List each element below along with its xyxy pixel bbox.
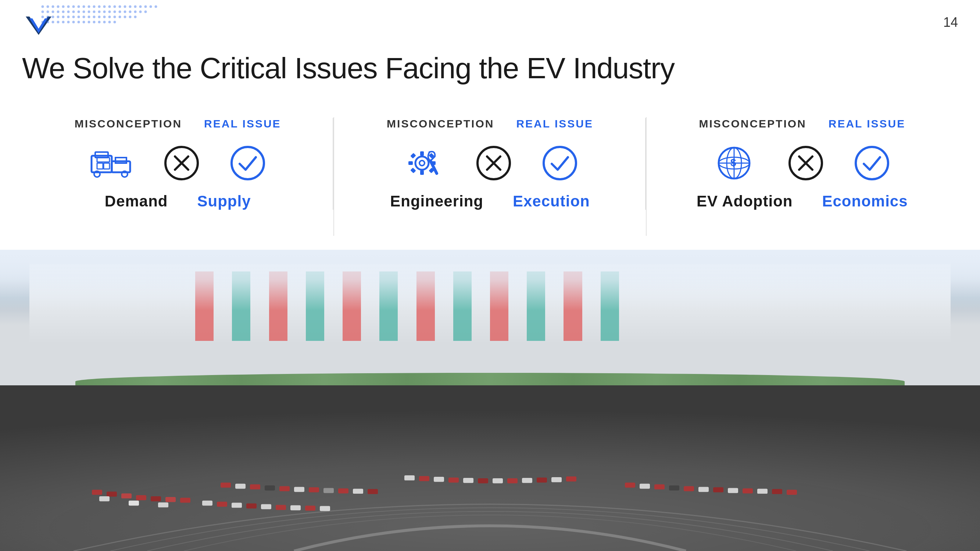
svg-point-68 xyxy=(57,21,60,24)
svg-point-69 xyxy=(62,21,65,24)
svg-rect-148 xyxy=(743,488,753,493)
svg-rect-126 xyxy=(99,496,110,502)
col1-misconception-label: MISCONCEPTION xyxy=(75,118,182,130)
col3-icons-row: $ xyxy=(714,145,890,181)
demand-label: Demand xyxy=(105,192,168,210)
svg-rect-99 xyxy=(410,153,416,159)
svg-point-23 xyxy=(150,5,152,8)
svg-point-93 xyxy=(415,157,429,170)
svg-rect-97 xyxy=(408,161,413,165)
svg-point-43 xyxy=(134,11,137,13)
svg-rect-138 xyxy=(353,489,363,494)
svg-point-59 xyxy=(108,16,111,18)
svg-text:$: $ xyxy=(730,157,736,168)
svg-rect-161 xyxy=(404,475,415,481)
svg-point-53 xyxy=(78,16,80,18)
svg-point-79 xyxy=(114,21,116,24)
svg-point-94 xyxy=(419,160,425,166)
svg-rect-158 xyxy=(290,505,301,510)
col1-check-circle-icon xyxy=(229,145,266,181)
svg-rect-169 xyxy=(522,478,532,483)
engineering-label: Engineering xyxy=(390,192,484,210)
svg-point-11 xyxy=(88,5,91,8)
svg-rect-170 xyxy=(537,478,547,483)
svg-point-52 xyxy=(72,16,75,18)
col3-misconception-label: MISCONCEPTION xyxy=(699,118,806,130)
svg-point-54 xyxy=(83,16,85,18)
svg-rect-144 xyxy=(684,486,694,492)
svg-point-66 xyxy=(47,21,49,24)
svg-point-15 xyxy=(108,5,111,8)
svg-rect-101 xyxy=(410,167,416,173)
svg-point-14 xyxy=(103,5,106,8)
svg-point-65 xyxy=(41,21,44,24)
svg-rect-129 xyxy=(221,483,231,488)
factory-image xyxy=(0,250,980,551)
svg-point-18 xyxy=(124,5,126,8)
svg-rect-122 xyxy=(136,495,146,500)
svg-point-19 xyxy=(129,5,132,8)
svg-rect-156 xyxy=(261,504,271,510)
svg-point-48 xyxy=(52,16,54,18)
svg-rect-141 xyxy=(640,484,650,489)
svg-point-78 xyxy=(108,21,111,24)
svg-rect-162 xyxy=(419,476,430,481)
svg-rect-119 xyxy=(92,490,102,495)
svg-point-30 xyxy=(67,11,70,13)
svg-point-5 xyxy=(57,5,60,8)
svg-point-42 xyxy=(129,11,132,13)
svg-point-71 xyxy=(72,21,75,24)
svg-rect-124 xyxy=(165,497,176,502)
col1-icons-row xyxy=(90,145,266,181)
svg-point-25 xyxy=(41,11,44,13)
svg-point-62 xyxy=(124,16,126,18)
svg-rect-151 xyxy=(787,490,797,495)
col2-check-circle-icon xyxy=(541,145,578,181)
col3-bottom-labels: EV Adoption Economics xyxy=(697,192,908,210)
svg-rect-143 xyxy=(669,486,679,491)
svg-point-24 xyxy=(155,5,158,8)
svg-point-107 xyxy=(544,147,576,179)
col1-x-circle-icon xyxy=(163,145,200,181)
svg-point-12 xyxy=(93,5,95,8)
svg-rect-172 xyxy=(566,476,576,481)
svg-point-39 xyxy=(114,11,116,13)
svg-point-92 xyxy=(232,147,264,179)
svg-rect-164 xyxy=(449,478,459,483)
svg-point-21 xyxy=(139,5,142,8)
svg-point-67 xyxy=(52,21,54,24)
svg-point-31 xyxy=(72,11,75,13)
svg-point-2 xyxy=(41,5,44,8)
truck-icon xyxy=(90,145,134,181)
svg-rect-171 xyxy=(551,477,562,482)
svg-rect-140 xyxy=(625,483,635,488)
svg-point-63 xyxy=(129,16,132,18)
svg-point-76 xyxy=(98,21,101,24)
svg-point-77 xyxy=(103,21,106,24)
svg-rect-127 xyxy=(129,501,139,506)
col2-bottom-labels: Engineering Execution xyxy=(390,192,590,210)
svg-point-74 xyxy=(88,21,91,24)
svg-point-16 xyxy=(114,5,116,8)
svg-rect-149 xyxy=(757,489,768,494)
svg-point-56 xyxy=(93,16,95,18)
svg-point-60 xyxy=(114,16,116,18)
execution-label: Execution xyxy=(513,192,590,210)
svg-rect-136 xyxy=(323,488,334,493)
svg-point-4 xyxy=(52,5,54,8)
svg-rect-153 xyxy=(217,502,227,507)
ev-adoption-label: EV Adoption xyxy=(697,192,792,210)
col1-real-issue-label: REAL ISSUE xyxy=(204,118,281,130)
svg-point-26 xyxy=(47,11,49,13)
svg-rect-86 xyxy=(97,163,103,169)
svg-rect-87 xyxy=(103,163,110,169)
svg-rect-133 xyxy=(279,486,290,492)
svg-rect-142 xyxy=(654,484,665,490)
svg-point-41 xyxy=(124,11,126,13)
svg-point-9 xyxy=(78,5,80,8)
svg-point-57 xyxy=(98,16,101,18)
svg-point-37 xyxy=(103,11,106,13)
svg-point-70 xyxy=(67,21,70,24)
svg-point-13 xyxy=(98,5,101,8)
col3-labels-row: MISCONCEPTION REAL ISSUE xyxy=(699,118,905,130)
